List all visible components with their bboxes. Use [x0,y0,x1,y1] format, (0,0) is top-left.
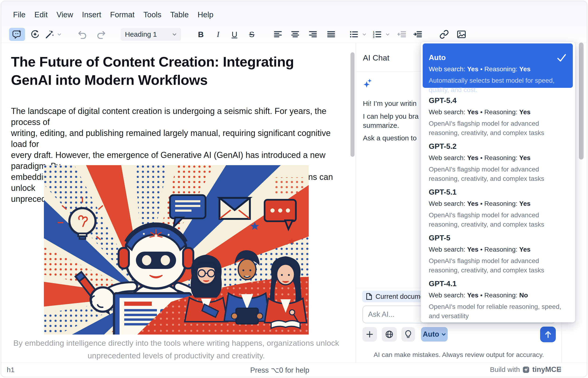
heading-line-1: The Future of Content Creation: Integrat… [11,53,343,71]
chat-message: Hi! I’m your writin [363,99,417,108]
align-justify-button[interactable] [325,28,338,41]
document-heading[interactable]: The Future of Content Creation: Integrat… [11,53,343,89]
menu-insert[interactable]: Insert [82,10,101,19]
speech-bubble-sparkle-icon [12,29,22,39]
insert-link-button[interactable] [438,28,450,41]
model-option-gpt-4-1[interactable]: GPT-4.1 Web search: Yes • Reasoning: No … [421,271,575,317]
menu-table[interactable]: Table [170,10,189,19]
image-caption: By embedding intelligence directly into … [11,337,341,362]
model-option-gpt-5-4[interactable]: GPT-5.4 Web search: Yes • Reasoning: Yes… [421,88,575,134]
model-name: GPT-5.4 [429,96,568,105]
italic-button[interactable]: I [212,28,224,41]
attach-button[interactable] [362,327,377,342]
numbered-list-chevron[interactable] [385,28,391,41]
model-option-gpt-5[interactable]: GPT-5 Web search: Yes • Reasoning: Yes O… [421,225,575,271]
halftone-patch [273,177,305,195]
model-option-gpt-5-2[interactable]: GPT-5.2 Web search: Yes • Reasoning: Yes… [421,134,575,179]
chevron-down-icon [386,32,390,36]
align-center-icon [290,29,300,39]
align-right-button[interactable] [307,28,319,41]
model-meta: Web search: Yes • Reasoning: Yes [429,108,568,116]
chevron-down-icon [362,32,366,36]
circle-arrow-sparkle-icon [30,29,40,39]
indent-button[interactable] [412,28,424,41]
suggestions-button[interactable] [401,327,415,342]
caption-line: By embedding intelligence directly into … [11,337,341,349]
help-shortcut-text: Press ⌥0 for help [250,366,309,375]
editor-scrollbar[interactable] [351,52,354,157]
undo-button[interactable] [76,28,89,41]
italic-glyph: I [217,30,219,38]
chat-message: I can help you bra [363,112,419,120]
strikethrough-glyph: S [249,30,255,38]
ai-wand-button[interactable] [43,28,56,41]
align-left-button[interactable] [272,28,284,41]
ai-shortcuts-button[interactable] [29,28,41,41]
underline-glyph: U [232,30,237,38]
menu-help[interactable]: Help [197,10,213,19]
model-name: Auto [429,53,566,62]
branding-prefix: Build with [490,366,520,374]
document-icon [366,293,372,300]
ai-disclaimer: AI can make mistakes. Always review outp… [356,351,562,359]
bullet-list-icon [349,29,359,39]
format-select[interactable]: Heading 1 [121,28,181,41]
element-path[interactable]: h1 [7,366,14,374]
resize-handle[interactable] [556,367,562,373]
image-icon [456,29,467,40]
chevron-down-icon [57,32,61,36]
bold-glyph: B [198,30,204,38]
underline-button[interactable]: U [228,28,241,41]
bold-button[interactable]: B [195,28,207,41]
align-justify-icon [326,29,336,39]
status-bar: h1 Press ⌥0 for help Build with tinyMCE [1,363,587,377]
model-option-gpt-5-1[interactable]: GPT-5.1 Web search: Yes • Reasoning: Yes… [421,179,575,225]
redo-icon [96,29,106,40]
sidebar-scrollbar[interactable] [579,42,584,160]
menu-tools[interactable]: Tools [143,10,161,19]
ai-wand-dropdown-chevron[interactable] [56,28,62,41]
document-illustration-graphic [44,165,309,335]
sparkles-icon [363,78,373,89]
document-illustration[interactable] [44,165,309,335]
redo-button[interactable] [95,28,108,41]
menu-bar: File Edit View Insert Format Tools Table… [13,10,213,19]
menu-edit[interactable]: Edit [34,10,48,19]
heading-line-2: GenAI into Modern Workflows [11,71,343,89]
branding[interactable]: Build with tinyMCE [490,365,561,374]
menu-view[interactable]: View [56,10,73,19]
outdent-button[interactable] [396,28,408,41]
undo-icon [77,29,88,40]
numbered-list-button[interactable]: 1 2 3 [372,28,383,41]
ai-chat-button[interactable] [9,28,25,41]
insert-image-button[interactable] [455,28,468,41]
model-option-auto[interactable]: Auto Web search: Yes • Reasoning: Yes Au… [423,43,573,88]
menu-file[interactable]: File [13,10,26,19]
globe-icon [385,330,394,339]
web-search-button[interactable] [382,327,397,342]
tinymce-editor-window: File Edit View Insert Format Tools Table… [0,0,588,378]
model-selector-button[interactable]: Auto [421,327,448,342]
editor-header: File Edit View Insert Format Tools Table… [1,1,587,43]
svg-text:3: 3 [373,36,374,38]
indent-icon [413,29,423,39]
model-description: OpenAI's model for reliable reasoning, s… [429,302,568,321]
model-meta: Web search: Yes • Reasoning: No [429,292,568,299]
envelope [220,198,250,219]
chat-message: Ask a question to [363,134,417,142]
model-meta: Web search: Yes • Reasoning: Yes [429,246,568,253]
model-name: GPT-5.1 [429,188,568,196]
arrow-up-icon [544,330,552,339]
align-center-button[interactable] [289,28,301,41]
link-icon [439,29,449,40]
menu-format[interactable]: Format [110,10,135,19]
model-meta: Web search: Yes • Reasoning: Yes [429,200,568,207]
strikethrough-button[interactable]: S [245,28,258,41]
outdent-icon [397,29,407,39]
send-button[interactable] [540,327,556,342]
chat-message: summarize. [363,122,399,129]
chevron-down-icon [172,32,177,37]
bullet-list-chevron[interactable] [361,28,367,41]
paragraph-line: The landscape of digital content creatio… [11,106,347,128]
bullet-list-button[interactable] [348,28,360,41]
